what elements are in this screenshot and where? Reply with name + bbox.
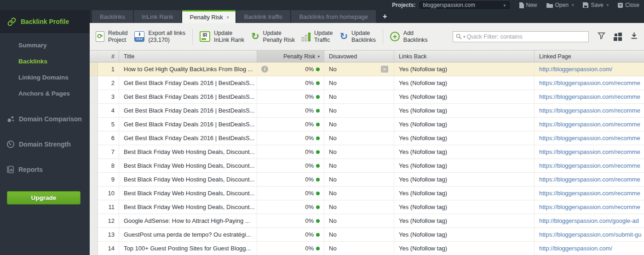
linked-page-link[interactable]: https://bloggerspassion.com/recomme — [535, 76, 644, 90]
links-back-value: Yes (Nofollow tag) — [394, 76, 535, 90]
linked-page-link[interactable]: http://bloggerspassion.com/ — [535, 62, 644, 76]
risk-status-dot — [316, 95, 320, 99]
linked-page-link[interactable]: https://bloggerspassion.com/submit-gu — [535, 228, 644, 241]
sidebar-item-linking-domains[interactable]: Linking Domains — [0, 69, 90, 85]
linked-page-link[interactable]: https://bloggerspassion.com/recomme — [535, 187, 644, 200]
sidebar-item-backlinks[interactable]: Backlinks — [0, 53, 90, 69]
penalty-risk-cell: i 0% — [257, 62, 324, 76]
export-all-links-button[interactable]: ⬇CSV Export all links(23,170) — [134, 30, 185, 44]
save-project-button[interactable]: Save ▾ — [583, 2, 609, 8]
table-row[interactable]: 7 Best Black Friday Web Hosting Deals, D… — [90, 145, 644, 159]
row-gutter — [90, 145, 98, 159]
quick-filter-input[interactable] — [467, 33, 586, 40]
table-row[interactable]: 5 Get Best Black Friday Deals 2016 | Bes… — [90, 118, 644, 131]
linked-page-link[interactable]: http://bloggerspassion.com/google-ad — [535, 214, 644, 227]
penalty-risk-value: 0% — [305, 162, 314, 169]
tab-backlink-traffic[interactable]: Backlink traffic — [236, 10, 291, 23]
disavowed-cell: No ✕ — [324, 90, 394, 103]
penalty-risk-cell: i 0% — [257, 104, 324, 117]
update-inlink-rank-button[interactable]: IR UpdateInLink Rank — [200, 30, 244, 44]
sidebar-section-domain-strength[interactable]: Domain Strength — [0, 136, 90, 152]
row-gutter — [90, 131, 98, 145]
links-back-value: Yes (Nofollow tag) — [394, 118, 535, 131]
sidebar-section-label: Backlink Profile — [21, 18, 69, 25]
table-row[interactable]: 11 Best Black Friday Web Hosting Deals, … — [90, 200, 644, 214]
column-header-title[interactable]: Title — [119, 51, 257, 62]
download-button[interactable] — [630, 32, 638, 41]
table-row[interactable]: 2 Get Best Black Friday Deals 2016 | Bes… — [90, 76, 644, 90]
sidebar-section-backlink-profile[interactable]: Backlink Profile — [0, 10, 90, 33]
clear-disavowed-button[interactable]: ✕ — [381, 66, 388, 73]
column-header-links-back[interactable]: Links Back — [394, 51, 535, 62]
disavowed-value: No — [329, 107, 337, 114]
column-label: Penalty Risk — [283, 53, 315, 60]
column-header-linked-page[interactable]: Linked Page — [535, 51, 644, 62]
add-backlinks-button[interactable]: + AddBacklinks — [390, 30, 428, 44]
gauge-icon — [6, 140, 15, 148]
update-backlinks-button[interactable]: ↻ UpdateBacklinks — [339, 30, 375, 44]
linked-page-link[interactable]: https://bloggerspassion.com/recomme — [535, 131, 644, 145]
disavowed-cell: No ✕ — [324, 228, 394, 241]
filter-funnel-button[interactable] — [598, 32, 605, 41]
table-row[interactable]: 10 Best Black Friday Web Hosting Deals, … — [90, 187, 644, 200]
table-row[interactable]: 1 How to Get High Quality BackLinks From… — [90, 62, 644, 76]
new-project-button[interactable]: New — [519, 2, 537, 8]
rebuild-project-button[interactable]: ⟳ RebuildProject — [96, 30, 127, 44]
linked-page-link[interactable]: https://bloggerspassion.com/recomme — [535, 90, 644, 103]
search-icon[interactable] — [456, 34, 462, 40]
refresh-icon: ↻ — [339, 32, 348, 41]
table-row[interactable]: 12 Google AdSense: How to Attract High-P… — [90, 214, 644, 228]
row-number: 11 — [98, 200, 119, 214]
tab-backlinks-from-homepage[interactable]: Backlinks from homepage — [291, 10, 376, 23]
close-project-button[interactable]: ✕ Close — [618, 2, 639, 8]
add-tab-button[interactable]: + — [377, 10, 393, 23]
penalty-risk-cell: i 0% — [257, 90, 324, 103]
table-row[interactable]: 3 Get Best Black Friday Deals 2016 | Bes… — [90, 90, 644, 104]
search-options-caret-icon[interactable]: ▾ — [463, 34, 466, 39]
update-penalty-risk-button[interactable]: ↻ UpdatePenalty Risk — [251, 30, 295, 44]
linked-page-link[interactable]: https://bloggerspassion.com/recomme — [535, 159, 644, 172]
row-number: 14 — [98, 242, 119, 255]
row-number: 8 — [98, 159, 119, 172]
row-number: 6 — [98, 131, 119, 145]
linked-page-link[interactable]: https://bloggerspassion.com/recomme — [535, 104, 644, 117]
sidebar-section-domain-comparison[interactable]: Domain Comparison — [0, 111, 90, 127]
tab-inlink-rank[interactable]: InLink Rank — [134, 10, 181, 23]
tab-backlinks[interactable]: Backlinks — [92, 10, 133, 23]
table-row[interactable]: 14 Top 100+ Guest Posting Sites for Gues… — [90, 242, 644, 255]
report-icon — [6, 165, 14, 174]
column-header-disavowed[interactable]: Disavowed — [324, 51, 394, 62]
column-header-num[interactable]: # — [98, 51, 119, 62]
backlink-title: Get Best Black Friday Deals 2016 | BestD… — [119, 131, 257, 145]
disavowed-cell: No ✕ — [324, 173, 394, 186]
disavowed-value: No — [329, 121, 337, 128]
sidebar-item-anchors-pages[interactable]: Anchors & Pages — [0, 85, 90, 102]
risk-status-dot — [316, 178, 320, 181]
linked-page-link[interactable]: https://bloggerspassion.com/recomme — [535, 145, 644, 159]
row-gutter — [90, 187, 98, 200]
row-number: 9 — [98, 173, 119, 186]
update-traffic-button[interactable]: UpdateTraffic — [302, 30, 333, 44]
download-icon — [630, 32, 638, 40]
linked-page-link[interactable]: https://bloggerspassion.com/recomme — [535, 118, 644, 131]
linked-page-link[interactable]: https://bloggerspassion.com/recomme — [535, 200, 644, 214]
table-row[interactable]: 4 Get Best Black Friday Deals 2016 | Bes… — [90, 104, 644, 118]
table-row[interactable]: 8 Best Black Friday Web Hosting Deals, D… — [90, 159, 644, 173]
column-header-penalty-risk[interactable]: Penalty Risk ▾ — [257, 51, 324, 62]
upgrade-button[interactable]: Upgrade — [7, 191, 80, 204]
sidebar-section-reports[interactable]: Reports — [0, 161, 90, 177]
sidebar-item-summary[interactable]: Summary — [0, 37, 90, 53]
save-icon — [583, 2, 588, 8]
info-icon[interactable]: i — [261, 66, 268, 73]
columns-layout-button[interactable] — [614, 33, 622, 41]
table-row[interactable]: 9 Best Black Friday Web Hosting Deals, D… — [90, 173, 644, 187]
linked-page-link[interactable]: https://bloggerspassion.com/recomme — [535, 173, 644, 186]
disavowed-value: No — [329, 148, 337, 155]
tab-penalty-risk[interactable]: Penalty Risk ▾ — [182, 10, 236, 23]
table-row[interactable]: 6 Get Best Black Friday Deals 2016 | Bes… — [90, 131, 644, 145]
linked-page-link[interactable]: http://bloggerspassion.com/ — [535, 242, 644, 255]
project-dropdown[interactable]: bloggerspassion.com ▾ — [420, 1, 510, 9]
row-number: 4 — [98, 104, 119, 117]
open-project-button[interactable]: Open ▾ — [546, 2, 574, 8]
table-row[interactable]: 13 GuestPost uma perda de tempo? Ou estr… — [90, 228, 644, 242]
